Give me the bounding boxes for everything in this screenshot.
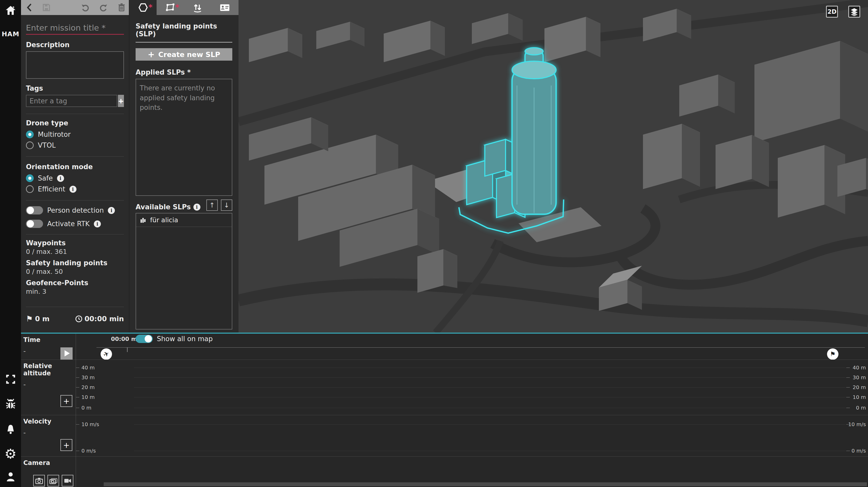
person-detection-label: Person detection: [47, 206, 104, 214]
info-icon[interactable]: i: [57, 175, 64, 182]
map-3d-view[interactable]: 2D: [239, 0, 868, 333]
altitude-chart[interactable]: 40 m40 m 30 m30 m 20 m20 m 10 m10 m 0 m0…: [76, 360, 868, 415]
tags-label: Tags: [26, 85, 124, 92]
create-new-slp-label: Create new SLP: [158, 51, 220, 59]
map-2d-mode-button[interactable]: 2D: [826, 6, 838, 18]
velocity-label: Velocity: [23, 418, 76, 425]
timeline-scrollbar[interactable]: [104, 482, 867, 486]
activate-rtk-label: Activate RTK: [47, 220, 90, 228]
back-icon[interactable]: [24, 3, 34, 12]
add-tag-button[interactable]: +: [118, 95, 124, 107]
altitude-value: -: [23, 381, 76, 388]
settings-gear-icon[interactable]: ⚙: [0, 447, 21, 461]
layers-icon: [850, 7, 859, 16]
description-textarea[interactable]: [26, 51, 124, 79]
info-icon[interactable]: i: [108, 207, 115, 214]
vel-tick-label-right: 0 m/s: [851, 448, 866, 454]
description-label: Description: [26, 41, 124, 49]
radio-efficient-label: Efficient: [38, 185, 65, 193]
create-new-slp-button[interactable]: + Create new SLP: [135, 48, 232, 61]
takeoff-marker[interactable]: ✈: [101, 349, 112, 360]
slp-item-name: für alicia: [150, 216, 178, 224]
buildings-icon: [140, 217, 147, 224]
person-detection-toggle[interactable]: [26, 206, 43, 215]
radio-safe[interactable]: Safe i: [26, 174, 124, 182]
landing-marker[interactable]: ⚑: [827, 349, 838, 360]
info-icon[interactable]: i: [69, 186, 76, 193]
fullscreen-icon[interactable]: [0, 372, 21, 386]
alt-tick-label-right: 40 m: [853, 364, 866, 371]
radio-unselected-icon: [26, 141, 34, 149]
delete-trash-icon[interactable]: [117, 3, 126, 12]
redo-icon[interactable]: [99, 3, 108, 12]
add-velocity-point-button[interactable]: +: [60, 439, 72, 451]
map-layers-button[interactable]: [848, 6, 860, 18]
mission-timeline: Time - 00:00 min ✈ ⚑ Relative altitude -…: [21, 333, 868, 487]
tab-geofence[interactable]: *: [157, 0, 184, 15]
alt-tick-label: 40 m: [82, 364, 95, 371]
geofence-polygon-icon: [165, 2, 176, 13]
alt-tick-label: 20 m: [82, 384, 95, 390]
drone-type-label: Drone type: [26, 119, 124, 127]
debug-bug-icon[interactable]: [0, 397, 21, 411]
geofence-value: min. 3: [26, 288, 124, 295]
list-item-slp[interactable]: für alicia: [136, 214, 232, 227]
up-down-arrows-icon: [192, 2, 203, 13]
mission-title-input[interactable]: [26, 23, 127, 32]
home-icon[interactable]: [0, 4, 21, 17]
finish-flag-icon: ⚑: [830, 351, 836, 358]
photo-camera-icon: [35, 478, 43, 484]
video-camera-button[interactable]: [62, 475, 73, 486]
velocity-chart[interactable]: 10 m/s10 m/s 0 m/s0 m/s: [76, 415, 868, 456]
tab-safety-landing-points[interactable]: *: [129, 0, 157, 15]
waypoints-label: Waypoints: [26, 239, 124, 247]
tag-input[interactable]: [26, 95, 117, 107]
distance-value: 0 m: [35, 315, 50, 323]
map-2d-label: 2D: [827, 8, 836, 15]
info-icon[interactable]: i: [193, 204, 200, 210]
plus-icon: +: [148, 50, 155, 59]
user-profile-icon[interactable]: [0, 469, 21, 484]
hexagon-slp-icon: [138, 2, 148, 13]
mission-title-field-wrap: ✎: [26, 21, 124, 35]
alt-tick-label-right: 0 m: [856, 404, 866, 411]
slp-tabbar: * *: [129, 0, 239, 15]
burst-photo-button[interactable]: [48, 475, 59, 486]
alt-tick-label-right: 20 m: [853, 384, 866, 390]
available-slps-label: Available SLPs: [135, 203, 191, 211]
add-altitude-point-button[interactable]: +: [60, 395, 72, 407]
vel-tick-label-right: 10 m/s: [848, 421, 866, 427]
play-button[interactable]: [60, 347, 72, 360]
duration-value: 00:00 min: [85, 315, 124, 323]
info-icon[interactable]: i: [94, 221, 101, 227]
move-up-button[interactable]: ↑: [206, 199, 218, 211]
notifications-bell-icon[interactable]: [0, 422, 21, 436]
camera-label: Camera: [23, 459, 76, 466]
radio-multirotor[interactable]: Multirotor: [26, 131, 124, 138]
save-icon[interactable]: [42, 3, 51, 12]
velocity-value: -: [23, 429, 76, 436]
show-all-on-map-toggle[interactable]: [135, 335, 153, 343]
radio-efficient[interactable]: Efficient i: [26, 185, 124, 193]
radio-unselected-icon: [26, 185, 34, 193]
vel-tick-label: 10 m/s: [82, 421, 99, 427]
slp-count-label: Safety landing points: [26, 259, 124, 267]
applied-slps-empty-text: There are currently no applied safety la…: [140, 84, 228, 113]
time-ruler-line: [96, 347, 865, 348]
applied-slps-list: There are currently no applied safety la…: [135, 79, 232, 196]
required-asterisk: *: [149, 3, 153, 12]
radio-vtol-label: VTOL: [38, 141, 56, 149]
duration-clock-icon: [75, 315, 83, 323]
activate-rtk-toggle[interactable]: [26, 220, 43, 228]
burst-photo-icon: [49, 478, 58, 484]
move-down-button[interactable]: ↓: [221, 199, 232, 211]
required-asterisk: *: [175, 3, 179, 12]
photo-camera-button[interactable]: [33, 475, 45, 486]
altitude-label: Relative altitude: [23, 362, 76, 377]
tab-takeoff-landing-altitude[interactable]: [184, 0, 211, 15]
undo-icon[interactable]: [81, 3, 90, 12]
divider: [26, 234, 124, 234]
tab-contacts[interactable]: [211, 0, 239, 15]
alt-tick-label-right: 10 m: [853, 394, 866, 400]
radio-vtol[interactable]: VTOL: [26, 141, 124, 149]
